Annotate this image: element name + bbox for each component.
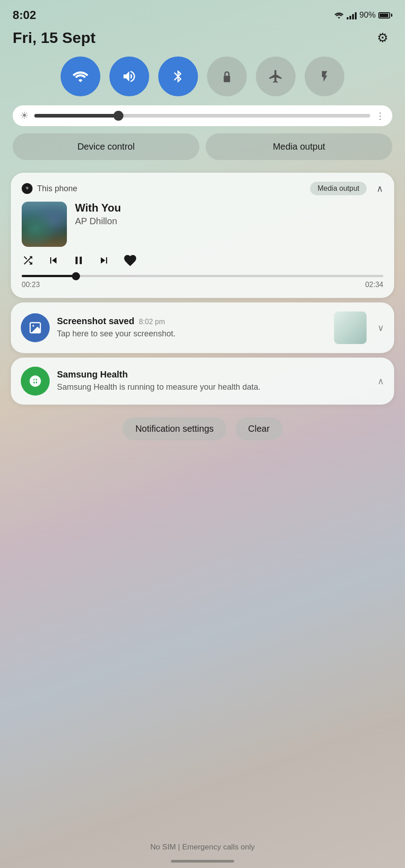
notif-health-icon-wrap [21,367,50,396]
notif-screenshot-body: Tap here to see your screenshot. [57,328,327,340]
notifications-area: This phone Media output ∧ With You AP Dh… [0,173,405,405]
date-row: Fri, 15 Sept ⚙ [0,26,405,57]
pause-button[interactable] [72,254,85,267]
signal-icon [347,11,357,19]
brightness-fill [34,114,118,118]
notif-health-text: Samsung Health Samsung Health is running… [57,369,367,393]
status-bar: 8:02 90% [0,0,405,26]
wifi-status-icon [334,11,344,19]
progress-times: 00:23 02:34 [22,281,383,289]
svg-rect-0 [224,76,230,82]
shuffle-button[interactable] [22,254,34,267]
brightness-bar[interactable]: ☀ ⋮ [13,105,392,126]
toggle-bluetooth[interactable] [158,57,198,96]
brightness-thumb[interactable] [113,111,123,121]
album-art [22,202,67,247]
notif-screenshot-inner: Screenshot saved 8:02 pm Tap here to see… [21,311,384,344]
notif-screenshot-title: Screenshot saved [57,316,134,326]
previous-button[interactable] [47,254,60,267]
notification-samsung-health[interactable]: Samsung Health Samsung Health is running… [11,358,394,405]
current-time: 00:23 [22,281,40,289]
spotify-icon [22,183,33,194]
media-header-right: Media output ∧ [310,182,383,195]
brightness-track[interactable] [34,114,370,118]
notif-health-body: Samsung Health is running to measure you… [57,382,367,393]
media-controls [22,253,383,268]
notification-settings-button[interactable]: Notification settings [122,417,226,440]
quick-action-buttons: Device control Media output [0,133,405,173]
notif-health-inner: Samsung Health Samsung Health is running… [21,367,384,396]
svg-point-3 [33,325,34,327]
media-header: This phone Media output ∧ [22,182,383,195]
media-chevron-up-icon[interactable]: ∧ [377,183,383,194]
next-button[interactable] [98,254,110,267]
notif-health-title-row: Samsung Health [57,369,367,380]
notif-health-title: Samsung Health [57,369,128,380]
album-art-scene [22,202,67,247]
media-source-row: This phone [22,183,77,194]
media-source-label: This phone [37,184,77,193]
total-time: 02:34 [365,281,383,289]
toggle-rotation[interactable] [207,57,247,96]
status-icons: 90% [334,10,392,20]
settings-icon[interactable]: ⚙ [372,28,392,47]
notif-screenshot-time: 8:02 pm [139,318,165,326]
screenshot-icon [28,321,42,335]
quick-toggles [0,57,405,105]
notif-thumb-scene [334,311,367,344]
progress-container[interactable]: 00:23 02:34 [22,275,383,289]
notif-screenshot-icon-wrap [21,313,50,342]
bottom-actions: Notification settings Clear [0,409,405,448]
media-output-card-btn[interactable]: Media output [310,182,367,195]
battery-percent: 90% [359,10,376,20]
status-time: 8:02 [13,8,36,22]
artist-name: AP Dhillon [75,216,383,226]
svg-point-1 [24,185,30,191]
toggle-airplane[interactable] [256,57,296,96]
like-button[interactable] [123,253,137,268]
battery-icon [378,12,392,19]
samsung-health-icon [28,374,42,388]
notification-screenshot[interactable]: Screenshot saved 8:02 pm Tap here to see… [11,302,394,353]
song-title: With You [75,202,383,214]
toggle-flashlight[interactable] [305,57,344,96]
brightness-more-icon[interactable]: ⋮ [376,110,385,121]
emergency-text: No SIM | Emergency calls only [0,843,405,852]
clear-button[interactable]: Clear [235,417,283,440]
toggle-sound[interactable] [109,57,149,96]
notif-screenshot-text: Screenshot saved 8:02 pm Tap here to see… [57,316,327,340]
notif-screenshot-chevron-icon[interactable]: ∨ [377,322,384,333]
progress-track[interactable] [22,275,383,277]
song-info: With You AP Dhillon [75,202,383,226]
media-player-card: This phone Media output ∧ With You AP Dh… [11,173,394,298]
toggle-wifi[interactable] [61,57,100,96]
notif-health-chevron-icon[interactable]: ∧ [377,376,384,387]
device-control-button[interactable]: Device control [13,133,199,160]
progress-thumb[interactable] [72,272,80,280]
notif-screenshot-thumbnail [334,311,367,344]
home-indicator[interactable] [171,860,234,863]
media-content: With You AP Dhillon [22,202,383,247]
notif-screenshot-title-row: Screenshot saved 8:02 pm [57,316,327,326]
progress-fill [22,275,76,277]
media-output-button[interactable]: Media output [206,133,392,160]
brightness-sun-icon: ☀ [20,110,29,122]
date-text: Fri, 15 Sept [13,29,95,47]
